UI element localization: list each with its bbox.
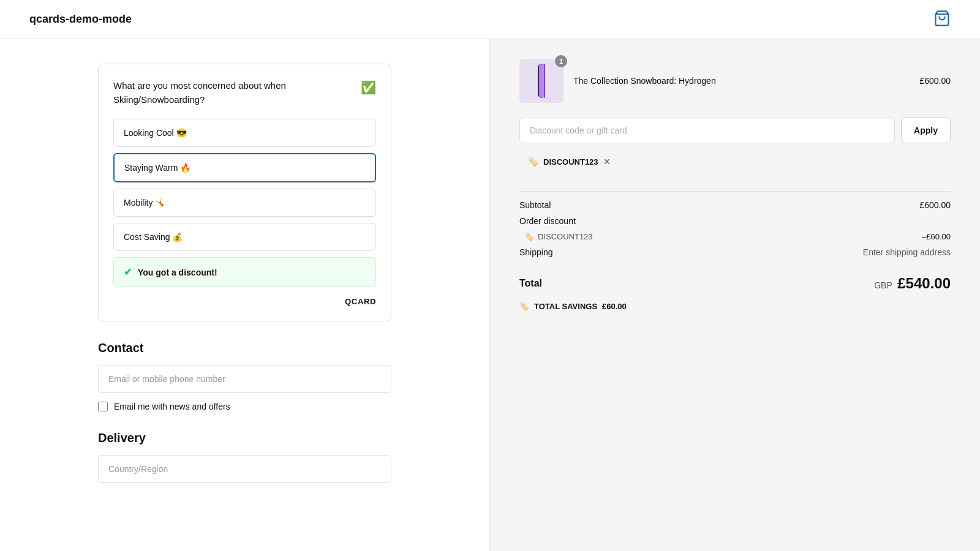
discount-value: –£60.00 (922, 232, 951, 241)
check-icon: ✔ (124, 266, 132, 278)
total-value: £540.00 (897, 275, 951, 291)
option-mobility[interactable]: Mobility 🤸 (113, 189, 376, 217)
main-layout: What are you most concerned about when S… (0, 39, 980, 551)
qcard-question: What are you most concerned about when S… (113, 79, 361, 107)
shipping-value: Enter shipping address (863, 247, 951, 257)
newsletter-checkbox[interactable] (98, 402, 108, 411)
product-row: 1 The Collection Snowboard: Hydrogen £60… (519, 59, 951, 103)
subtotal-label: Subtotal (519, 200, 551, 210)
shipping-label: Shipping (519, 247, 553, 257)
remove-discount-button[interactable]: ✕ (603, 157, 611, 167)
total-price-group: GBP £540.00 (874, 275, 951, 292)
delivery-section: Delivery (98, 431, 391, 483)
savings-value: £60.00 (602, 302, 627, 311)
qcard-widget: What are you most concerned about when S… (98, 64, 391, 321)
header: qcards-demo-mode (0, 0, 980, 39)
option-looking-cool[interactable]: Looking Cool 😎 (113, 119, 376, 147)
svg-rect-2 (539, 64, 541, 98)
discount-detail-row: 🏷️ DISCOUNT123 –£60.00 (519, 232, 951, 241)
order-discount-label: Order discount (519, 216, 576, 226)
discount-input[interactable] (519, 118, 895, 143)
option-cost-saving[interactable]: Cost Saving 💰 (113, 223, 376, 251)
subtotal-value: £600.00 (919, 200, 951, 210)
apply-button[interactable]: Apply (901, 118, 951, 143)
left-panel: What are you most concerned about when S… (0, 39, 490, 551)
delivery-title: Delivery (98, 431, 391, 445)
contact-section: Contact Email me with news and offers (98, 341, 391, 411)
order-discount-row: Order discount (519, 216, 951, 226)
newsletter-label: Email me with news and offers (114, 402, 230, 411)
contact-title: Contact (98, 341, 391, 355)
svg-rect-4 (544, 64, 545, 98)
subtotal-row: Subtotal £600.00 (519, 200, 951, 210)
total-label: Total (519, 278, 542, 289)
product-image-wrapper: 1 (519, 59, 564, 103)
country-input[interactable] (98, 455, 391, 483)
svg-rect-3 (541, 64, 544, 98)
divider-1 (519, 191, 951, 192)
site-title: qcards-demo-mode (29, 13, 132, 26)
discount-code-label: DISCOUNT123 (538, 232, 593, 241)
email-input[interactable] (98, 365, 391, 393)
product-badge: 1 (555, 55, 567, 67)
newsletter-row: Email me with news and offers (98, 402, 391, 411)
check-circle-icon: ✅ (361, 80, 376, 95)
discount-detail-icon: 🏷️ (524, 232, 534, 241)
shipping-row: Shipping Enter shipping address (519, 247, 951, 257)
right-panel: 1 The Collection Snowboard: Hydrogen £60… (490, 39, 980, 551)
discount-banner: ✔ You got a discount! (113, 257, 376, 287)
product-name: The Collection Snowboard: Hydrogen (573, 76, 910, 86)
tag-icon: 🏷️ (528, 157, 538, 167)
discount-row: Apply (519, 118, 951, 143)
total-currency: GBP (874, 280, 892, 290)
total-row: Total GBP £540.00 (519, 275, 951, 292)
applied-discount-tag: 🏷️ DISCOUNT123 ✕ (519, 153, 951, 182)
savings-icon: 🏷️ (519, 302, 529, 311)
product-price: £600.00 (919, 76, 951, 86)
applied-code: DISCOUNT123 (543, 157, 598, 167)
total-savings-row: 🏷️ TOTAL SAVINGS £60.00 (519, 302, 951, 311)
qcard-brand: QCARD (113, 297, 376, 306)
shopping-bag-icon[interactable] (933, 10, 951, 29)
option-staying-warm[interactable]: Staying Warm 🔥 (113, 153, 376, 182)
divider-2 (519, 266, 951, 266)
savings-label: TOTAL SAVINGS (534, 302, 597, 311)
